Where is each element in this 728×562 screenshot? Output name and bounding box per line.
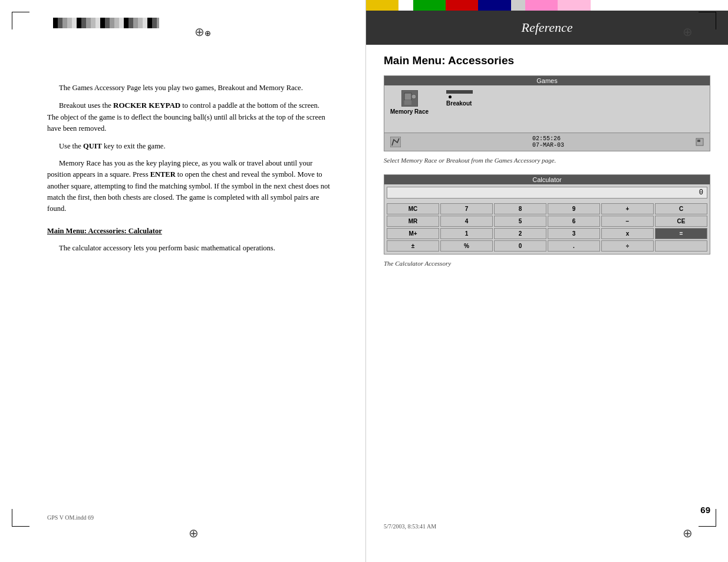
calc-display: 0	[387, 187, 707, 199]
memory-race-icon: Memory Race	[390, 90, 429, 115]
page-number: 69	[700, 505, 710, 515]
svg-rect-1	[404, 93, 411, 100]
enter-label: ENTER	[150, 170, 176, 178]
color-bar-pink1	[525, 0, 558, 11]
calc-caption: The Calculator Accessory	[384, 259, 710, 268]
calculator-screenshot: Calculator 0 MC 7 8 9 + C MR 4 5 6 − CE …	[384, 174, 710, 254]
corner-mark-tr	[699, 12, 716, 29]
calc-btn-9: 9	[548, 203, 600, 214]
calc-grid: MC 7 8 9 + C MR 4 5 6 − CE M+ 1 2 3 x	[384, 201, 710, 254]
timestamp: 02:55:26 07-MAR-03	[532, 135, 564, 148]
games-footer: 02:55:26 07-MAR-03	[384, 133, 710, 151]
corner-mark-tl	[12, 12, 29, 29]
svg-point-3	[411, 94, 416, 99]
calc-btn-8: 8	[494, 203, 546, 214]
right-column: ⊕ Reference Main Menu: Accessories Games	[365, 0, 728, 562]
calc-btn-equals: =	[655, 228, 707, 239]
quit-label: QUIT	[83, 142, 102, 150]
calc-titlebar: Calculator	[384, 175, 710, 184]
color-bar-white2	[591, 0, 728, 11]
color-bar-white1	[398, 0, 413, 11]
right-content: Main Menu: Accessories Games	[366, 45, 728, 290]
color-bar-right	[366, 0, 728, 11]
crosshair-top-left: ⊕	[195, 25, 209, 39]
crosshair-bottom-left: ⊕	[189, 526, 199, 540]
calc-btn-empty	[655, 240, 707, 252]
games-screenshot: Games Memory Race	[384, 75, 710, 151]
paragraph-1: The Games Accessory Page lets you play t…	[47, 82, 330, 94]
rocker-keypad-label: ROCKER KEYPAD	[113, 101, 180, 110]
calc-btn-mplus: M+	[387, 228, 439, 239]
calc-btn-decimal: .	[548, 240, 600, 252]
paragraph-2: Breakout uses the ROCKER KEYPAD to contr…	[47, 100, 330, 134]
games-caption: Select Memory Race or Breakout from the …	[384, 156, 710, 165]
breakout-ball	[449, 95, 452, 98]
calc-btn-c: C	[655, 203, 707, 214]
color-bar-blue	[478, 0, 510, 11]
paragraph-3: Use the QUIT key to exit the game.	[47, 141, 330, 152]
left-column: ⊕ The Games Accessory Page lets you play…	[0, 0, 365, 562]
calc-btn-6: 6	[548, 216, 600, 227]
calc-btn-5: 5	[494, 216, 546, 227]
calc-btn-divide: ÷	[601, 240, 654, 252]
breakout-bar	[446, 90, 473, 94]
map-icon	[390, 137, 401, 147]
svg-rect-4	[390, 137, 401, 147]
calc-btn-mc: MC	[387, 203, 439, 214]
svg-rect-2	[404, 100, 411, 105]
calc-btn-4: 4	[440, 216, 493, 227]
calc-btn-plusminus: ±	[387, 240, 439, 252]
subsection-body: The calculator accessory lets you perfor…	[47, 243, 330, 254]
calc-btn-percent: %	[440, 240, 493, 252]
memory-label: Memory Race	[390, 108, 429, 115]
games-titlebar: Games	[384, 76, 710, 85]
flag-icon	[696, 138, 704, 146]
calc-btn-minus: −	[601, 216, 654, 227]
subsection-title: Main Menu: Accessories: Calculator	[47, 226, 330, 237]
color-bar-green	[413, 0, 446, 11]
calc-btn-0: 0	[494, 240, 546, 252]
corner-mark-bl	[12, 509, 29, 527]
color-bar-gray	[511, 0, 526, 11]
calc-btn-2: 2	[494, 228, 546, 239]
calc-btn-ce: CE	[655, 216, 707, 227]
color-bar-pink2	[558, 0, 590, 11]
footer-right-date: 5/7/2003, 8:53:41 AM	[384, 523, 436, 530]
color-bar-yellow	[366, 0, 398, 11]
breakout-area: Breakout	[446, 90, 473, 107]
calc-btn-7: 7	[440, 203, 493, 214]
color-bar-left	[53, 18, 159, 28]
calc-btn-3: 3	[548, 228, 600, 239]
breakout-label: Breakout	[446, 100, 472, 107]
calc-btn-1: 1	[440, 228, 493, 239]
games-body: Memory Race Breakout	[384, 85, 710, 133]
footer-left: GPS V OM.indd 69	[47, 514, 94, 521]
crosshair-bottom-right: ⊕	[683, 526, 693, 540]
color-bar-red	[446, 0, 478, 11]
left-body-text: The Games Accessory Page lets you play t…	[47, 82, 330, 254]
memory-icon-img	[401, 90, 418, 107]
calc-btn-plus: +	[601, 203, 654, 214]
reference-header: Reference	[366, 11, 728, 45]
calc-btn-mr: MR	[387, 216, 439, 227]
crosshair-top-right: ⊕	[683, 25, 693, 39]
paragraph-4: Memory Race has you as the key playing p…	[47, 158, 330, 215]
calc-btn-multiply: x	[601, 228, 654, 239]
main-menu-title: Main Menu: Accessories	[384, 54, 710, 67]
